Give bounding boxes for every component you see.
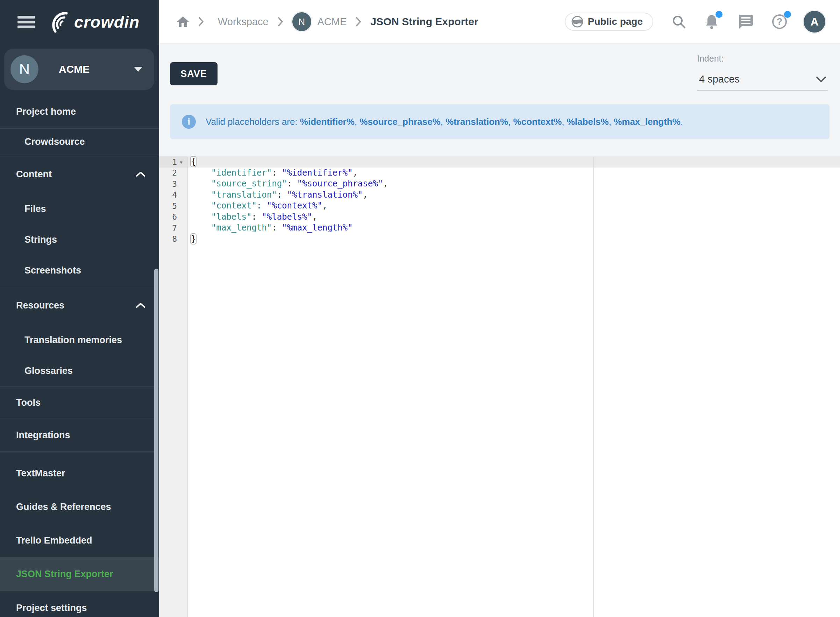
code-token — [191, 223, 211, 233]
globe-icon — [571, 15, 584, 28]
code-token: : — [277, 190, 287, 200]
project-name: ACME — [59, 63, 134, 75]
project-avatar: N — [10, 55, 38, 83]
chevron-up-icon — [136, 303, 145, 308]
code-token: "%context%" — [267, 201, 323, 211]
chevron-down-icon — [816, 76, 826, 83]
code-line-4[interactable]: "translation": "%translation%", — [188, 190, 840, 201]
breadcrumb-project-name: ACME — [318, 16, 347, 28]
sidebar-item-glossaries[interactable]: Glossaries — [0, 355, 159, 386]
line-number: 1 — [172, 157, 177, 167]
caret-down-icon — [134, 67, 142, 72]
code-editor[interactable]: 1▾2345678 { "identifier": "%identifier%"… — [159, 156, 840, 617]
breadcrumb-workspace[interactable]: Workspace — [218, 16, 268, 28]
sidebar-item-json-string-exporter[interactable]: JSON String Exporter — [0, 557, 159, 591]
svg-text:?: ? — [777, 16, 783, 27]
sidebar-item-textmaster[interactable]: TextMaster — [0, 456, 159, 490]
hamburger-menu-icon[interactable] — [18, 16, 35, 28]
code-token: : — [287, 179, 297, 189]
breadcrumb-separator-icon — [198, 17, 204, 27]
gutter-line-2[interactable]: 2 — [159, 168, 187, 179]
gutter-line-7[interactable]: 7 — [159, 223, 187, 234]
code-token: "%labels%" — [262, 212, 312, 222]
sidebar-item-trello-embedded[interactable]: Trello Embedded — [0, 524, 159, 557]
line-number: 4 — [172, 190, 177, 199]
editor-lines[interactable]: { "identifier": "%identifier%", "source_… — [188, 156, 840, 617]
sidebar-item-content[interactable]: Content — [0, 155, 159, 193]
code-token: "%max_length%" — [282, 223, 352, 233]
app: crowdin N ACME Project homeCrowdsourceCo… — [0, 0, 840, 617]
help-icon[interactable]: ? — [771, 14, 787, 30]
gutter-line-6[interactable]: 6 — [159, 212, 187, 223]
editor-column-ruler — [594, 156, 594, 617]
sidebar-item-project-settings[interactable]: Project settings — [0, 591, 159, 617]
code-token: , — [352, 168, 357, 178]
sidebar-item-label: Translation memories — [25, 335, 145, 345]
breadcrumb-separator-icon — [278, 17, 283, 27]
sidebar-item-label: Integrations — [16, 430, 145, 441]
sidebar-item-files[interactable]: Files — [0, 193, 159, 224]
gutter-line-5[interactable]: 5 — [159, 201, 187, 212]
info-icon: i — [182, 115, 196, 129]
info-banner: i Valid placeholders are: %identifier%, … — [170, 104, 830, 139]
line-number: 2 — [172, 168, 177, 177]
breadcrumb-project[interactable]: N ACME — [292, 12, 347, 31]
crowdin-logo-icon — [45, 8, 72, 36]
sidebar-item-screenshots[interactable]: Screenshots — [0, 255, 159, 286]
code-token: , — [363, 190, 367, 200]
code-token: "source_string" — [211, 179, 287, 189]
project-selector[interactable]: N ACME — [4, 49, 154, 90]
sidebar-item-project-home[interactable]: Project home — [0, 95, 159, 128]
code-token: , — [323, 201, 327, 211]
sidebar-item-integrations[interactable]: Integrations — [0, 419, 159, 451]
home-icon[interactable] — [177, 16, 189, 28]
indent-select[interactable]: 4 spaces — [697, 71, 828, 91]
messages-icon[interactable] — [737, 14, 753, 30]
gutter-line-1[interactable]: 1▾ — [159, 156, 187, 168]
notifications-bell-icon[interactable] — [704, 14, 719, 30]
sidebar-scrollbar[interactable] — [154, 269, 158, 592]
sidebar-item-label: Content — [16, 169, 136, 180]
code-token — [191, 190, 211, 200]
code-line-1[interactable]: { — [188, 156, 840, 168]
fold-toggle-icon[interactable]: ▾ — [177, 158, 185, 166]
code-line-8[interactable]: } — [188, 234, 840, 245]
code-token: "translation" — [211, 190, 277, 200]
placeholder-token: %context% — [513, 117, 562, 127]
crowdin-logo[interactable]: crowdin — [45, 8, 140, 36]
search-icon[interactable] — [672, 14, 686, 29]
sidebar-item-label: Trello Embedded — [16, 535, 145, 546]
sidebar-item-translation-memories[interactable]: Translation memories — [0, 325, 159, 355]
code-token: , — [383, 179, 388, 189]
sidebar-nav: Project homeCrowdsourceContentFilesStrin… — [0, 95, 159, 617]
code-token: "max_length" — [211, 223, 272, 233]
sidebar-item-resources[interactable]: Resources — [0, 286, 159, 325]
code-line-2[interactable]: "identifier": "%identifier%", — [188, 168, 840, 179]
code-token: : — [272, 223, 282, 233]
code-token: "%identifier%" — [282, 168, 352, 178]
code-token — [191, 168, 211, 178]
gutter-line-8[interactable]: 8 — [159, 234, 187, 245]
code-token: "labels" — [211, 212, 252, 222]
code-token: { — [191, 157, 196, 167]
sidebar-item-strings[interactable]: Strings — [0, 224, 159, 255]
sidebar-item-label: Project home — [16, 106, 145, 117]
sidebar-item-guides-references[interactable]: Guides & References — [0, 490, 159, 524]
sidebar-item-label: Guides & References — [16, 502, 145, 512]
help-badge — [784, 11, 791, 18]
code-token: } — [191, 234, 196, 244]
sidebar-item-tools[interactable]: Tools — [0, 387, 159, 419]
sidebar-item-crowdsource[interactable]: Crowdsource — [0, 129, 159, 155]
user-avatar[interactable]: A — [804, 11, 825, 32]
gutter-line-3[interactable]: 3 — [159, 179, 187, 190]
line-number: 6 — [172, 212, 177, 221]
code-line-3[interactable]: "source_string": "%source_phrase%", — [188, 179, 840, 190]
public-page-button[interactable]: Public page — [565, 13, 653, 31]
code-line-6[interactable]: "labels": "%labels%", — [188, 212, 840, 223]
code-line-5[interactable]: "context": "%context%", — [188, 201, 840, 212]
save-button[interactable]: SAVE — [170, 62, 218, 86]
gutter-line-4[interactable]: 4 — [159, 190, 187, 201]
code-line-7[interactable]: "max_length": "%max_length%" — [188, 223, 840, 234]
code-token: : — [257, 201, 267, 211]
code-token: "context" — [211, 201, 257, 211]
